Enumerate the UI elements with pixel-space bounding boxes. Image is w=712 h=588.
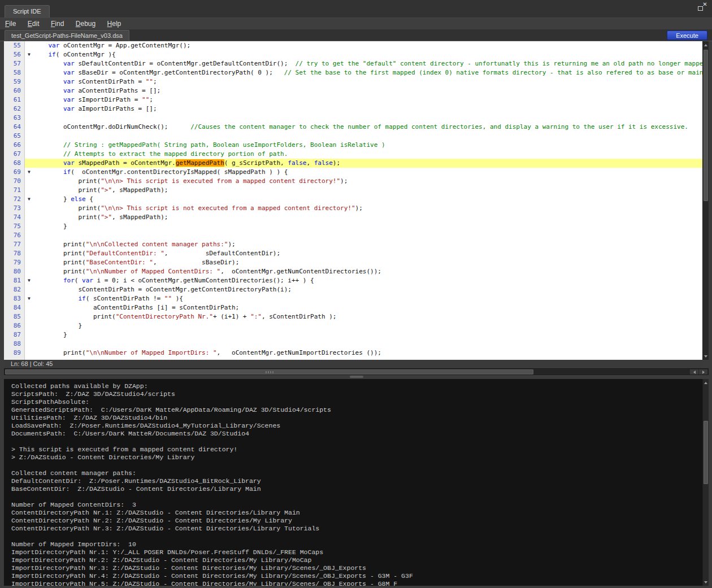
output-console[interactable]: Collected paths available by DZApp:Scrip… <box>4 379 702 586</box>
scroll-right-arrow-icon[interactable] <box>699 369 707 374</box>
fold-arrow-icon[interactable]: ▼ <box>25 195 33 204</box>
line-number: 58 <box>4 68 25 77</box>
fold-arrow-icon[interactable]: ▼ <box>25 294 33 303</box>
line-number: 75 <box>4 222 25 231</box>
menu-file[interactable]: File <box>1 18 20 30</box>
fold-spacer <box>25 330 33 339</box>
editor-horizontal-scrollbar[interactable] <box>4 368 709 375</box>
fold-spacer <box>25 213 33 222</box>
fold-spacer <box>25 258 33 267</box>
fold-spacer <box>25 321 33 330</box>
code-line[interactable]: 69▼ if( oContentMgr.contentDirectoryIsMa… <box>4 168 702 177</box>
fold-spacer <box>25 339 33 349</box>
scroll-down-arrow-icon[interactable] <box>703 578 709 586</box>
document-tab[interactable]: test_GetScript-Paths-FileName_v03.dsa <box>5 30 129 41</box>
output-line <box>11 493 702 501</box>
code-line[interactable]: 61 var sImportDirPath = ""; <box>4 95 702 104</box>
fold-spacer <box>25 59 33 68</box>
code-line[interactable]: 58 var sBaseDir = oContentMgr.getContent… <box>4 68 702 77</box>
scroll-up-arrow-icon[interactable] <box>703 41 709 49</box>
code-line[interactable]: 65 <box>4 132 702 141</box>
code-line[interactable]: 84 aContentDirPaths [i] = sContentDirPat… <box>4 303 702 312</box>
fold-arrow-icon[interactable]: ▼ <box>25 50 33 59</box>
fold-spacer <box>25 231 33 240</box>
line-number: 89 <box>4 349 25 358</box>
line-number: 71 <box>4 186 25 195</box>
code-line[interactable]: 64 oContentMgr.doDirNumCheck(); //Causes… <box>4 123 702 132</box>
code-line[interactable]: 80 print("\n\nNumber of Mapped ContentDi… <box>4 267 702 276</box>
fold-spacer <box>25 41 33 50</box>
line-number: 74 <box>4 213 25 222</box>
fold-spacer <box>25 95 33 104</box>
title-bar[interactable]: Script IDE ✕ <box>0 0 712 18</box>
code-line[interactable]: 57 var sDefaultContentDir = oContentMgr.… <box>4 59 702 68</box>
splitter-grip[interactable] <box>350 376 363 378</box>
menu-bar: File Edit Find Debug Help <box>0 18 712 29</box>
code-line[interactable]: 68 var sMappedPath = oContentMgr.getMapp… <box>4 159 702 168</box>
code-line[interactable]: 88 <box>4 339 702 349</box>
fold-spacer <box>25 349 33 358</box>
fold-arrow-icon[interactable]: ▼ <box>25 168 33 177</box>
code-line[interactable]: 89 print("\n\nNumber of Mapped ImportDir… <box>4 349 702 358</box>
code-line[interactable]: 86 } <box>4 321 702 330</box>
menu-help[interactable]: Help <box>103 18 125 30</box>
line-number: 59 <box>4 77 25 86</box>
code-line[interactable]: 55 var oContentMgr = App.getContentMgr()… <box>4 41 702 50</box>
editor-vertical-scrollbar[interactable] <box>702 41 709 360</box>
code-line[interactable]: 78 print("DefaultContentDir: ", sDefault… <box>4 249 702 258</box>
scroll-up-arrow-icon[interactable] <box>703 379 709 386</box>
code-line[interactable]: 76 <box>4 231 702 240</box>
line-number: 87 <box>4 330 25 339</box>
hscroll-thumb[interactable] <box>5 369 533 374</box>
scroll-left-arrow-icon[interactable] <box>690 369 698 374</box>
code-line[interactable]: 71 print(">", sMappedPath); <box>4 186 702 195</box>
fold-spacer <box>25 132 33 141</box>
code-line[interactable]: 74 print(">", sMappedPath); <box>4 213 702 222</box>
execute-button[interactable]: Execute <box>667 31 707 40</box>
code-line[interactable]: 77 print("\n\nCollected content manager … <box>4 240 702 249</box>
fold-spacer <box>25 312 33 321</box>
output-vertical-scrollbar[interactable] <box>702 379 709 586</box>
splitter-handle[interactable] <box>4 375 709 379</box>
output-line <box>11 533 702 541</box>
line-number: 60 <box>4 86 25 95</box>
code-line[interactable]: 82 sContentDirPath = oContentMgr.getCont… <box>4 285 702 294</box>
code-line[interactable]: 75 } <box>4 222 702 231</box>
code-line[interactable]: 81▼ for( var i = 0; i < oContentMgr.getN… <box>4 276 702 285</box>
output-line: LoadSavePath: Z:/Poser.Runtimes/DAZStudi… <box>11 422 702 430</box>
code-line[interactable]: 67 // Attempts to extract the mapped dir… <box>4 150 702 159</box>
output-line: ScriptsPath: Z:/DAZ 3D/DAZStudio4/script… <box>11 390 702 398</box>
code-line[interactable]: 56▼ if( oContentMgr ){ <box>4 50 702 59</box>
code-line[interactable]: 85 print("ContentDirectoryPath Nr."+ (i+… <box>4 312 702 321</box>
code-line[interactable]: 59 var sContentDirPath = ""; <box>4 77 702 86</box>
scroll-down-arrow-icon[interactable] <box>703 352 709 360</box>
float-window-icon[interactable] <box>698 6 703 11</box>
fold-spacer <box>25 204 33 213</box>
output-vscroll-thumb[interactable] <box>704 421 708 484</box>
code-line[interactable]: 83▼ if( sContentDirPath != "" ){ <box>4 294 702 303</box>
code-editor[interactable]: 55 var oContentMgr = App.getContentMgr()… <box>4 41 702 360</box>
line-number: 86 <box>4 321 25 330</box>
code-line[interactable]: 66 // String : getMappedPath( String pat… <box>4 141 702 150</box>
line-number: 62 <box>4 104 25 114</box>
code-line[interactable]: 73 print("\n\n> This script is not execu… <box>4 204 702 213</box>
code-line[interactable]: 62 var aImportDirPaths = []; <box>4 104 702 114</box>
code-line[interactable]: 60 var aContentDirPaths = []; <box>4 86 702 95</box>
window-title-tab[interactable]: Script IDE <box>5 5 50 18</box>
fold-spacer <box>25 267 33 276</box>
menu-debug[interactable]: Debug <box>72 18 99 30</box>
menu-find[interactable]: Find <box>47 18 68 30</box>
output-line: ImportDirectoryPath Nr.3: Z:/DAZStudio -… <box>11 564 702 572</box>
output-line: > Z:/DAZStudio - Content Directories/My … <box>11 454 702 461</box>
fold-arrow-icon[interactable]: ▼ <box>25 276 33 285</box>
editor-vscroll-thumb[interactable] <box>704 50 708 201</box>
menu-edit[interactable]: Edit <box>24 18 44 30</box>
code-line[interactable]: 72▼ } else { <box>4 195 702 204</box>
output-line: ImportDirectoryPath Nr.4: Z:/DAZStudio -… <box>11 572 702 580</box>
output-line: ContentDirectoryPath Nr.1: Z:/DAZStudio … <box>11 509 702 517</box>
code-line[interactable]: 87 } <box>4 330 702 339</box>
code-line[interactable]: 70 print("\n\n> This script is executed … <box>4 177 702 186</box>
code-line[interactable]: 63 <box>4 114 702 123</box>
code-line[interactable]: 79 print("BaseContentDir: ", sBaseDir); <box>4 258 702 267</box>
output-line: UtilitiesPath: Z:/DAZ 3D/DAZStudio4/bin <box>11 414 702 422</box>
